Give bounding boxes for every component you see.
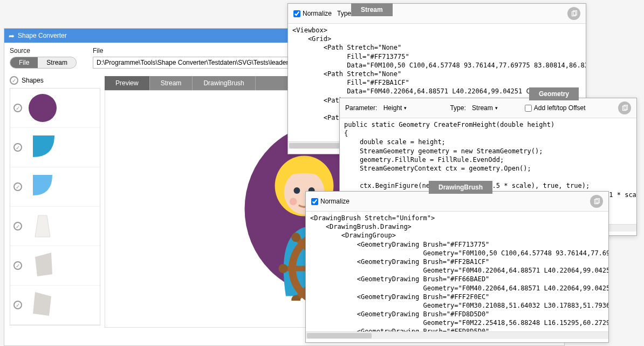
stream-normalize-check[interactable]: Normalize: [293, 10, 332, 17]
shape-item[interactable]: ✓: [10, 286, 100, 325]
drawing-normalize-check[interactable]: Normalize: [311, 198, 350, 205]
geom-offset-check[interactable]: Add left/top Offset: [525, 104, 586, 112]
geometry-panel-tab[interactable]: Geometry: [529, 87, 579, 100]
shape-item[interactable]: ✓: [10, 89, 100, 128]
app-title: Shape Converter: [18, 32, 67, 39]
copy-button[interactable]: [567, 7, 580, 20]
copy-button[interactable]: [590, 195, 603, 208]
shape-item[interactable]: ✓: [10, 246, 100, 286]
copy-button[interactable]: [618, 101, 631, 114]
tab-preview[interactable]: Preview: [105, 76, 150, 90]
shape-check-icon[interactable]: ✓: [13, 222, 22, 230]
drawing-panel: Normalize <DrawingBrush Stretch="Uniform…: [305, 191, 609, 343]
toggle-stream[interactable]: Stream: [38, 57, 76, 68]
stream-panel-tab[interactable]: Stream: [351, 3, 393, 16]
toggle-file[interactable]: File: [10, 57, 38, 68]
shapes-check-all[interactable]: ✓: [10, 76, 18, 85]
shape-swatch-trap: [28, 211, 58, 241]
shapes-list[interactable]: ✓ ✓ ✓ ✓ ✓: [10, 88, 100, 325]
shape-check-icon[interactable]: ✓: [13, 104, 22, 112]
shape-swatch-quad: [28, 250, 58, 281]
tab-drawingbrush[interactable]: DrawingBrush: [193, 76, 255, 90]
source-label: Source: [10, 47, 77, 55]
shape-item[interactable]: ✓: [10, 167, 100, 207]
drawing-code[interactable]: <DrawingBrush Stretch="Uniform"> <Drawin…: [306, 212, 608, 331]
shape-swatch-quad2: [28, 290, 58, 320]
svg-point-6: [290, 198, 297, 206]
svg-point-26: [291, 233, 300, 242]
h-scrollbar[interactable]: [306, 331, 608, 339]
shape-swatch-circle: [28, 93, 58, 123]
drawing-panel-tab[interactable]: DrawingBrush: [429, 181, 492, 194]
app-icon: ➦: [9, 32, 15, 40]
shape-swatch-drop2: [28, 172, 58, 202]
shape-check-icon[interactable]: ✓: [13, 261, 22, 270]
tab-stream[interactable]: Stream: [150, 76, 193, 90]
svg-point-24: [278, 264, 287, 273]
source-toggle[interactable]: File Stream: [10, 57, 77, 69]
geom-param-select[interactable]: Parameter: Height▾: [345, 104, 407, 112]
shapes-label: Shapes: [22, 77, 44, 84]
shape-check-icon[interactable]: ✓: [13, 143, 22, 152]
geom-type-select[interactable]: Type: Stream▾: [450, 104, 497, 112]
svg-point-4: [293, 187, 300, 194]
shape-check-icon[interactable]: ✓: [13, 301, 22, 309]
shape-check-icon[interactable]: ✓: [13, 182, 22, 191]
shape-swatch-drop: [28, 132, 58, 162]
shape-item[interactable]: ✓: [10, 128, 100, 167]
svg-point-0: [29, 94, 57, 122]
shape-item[interactable]: ✓: [10, 207, 100, 246]
